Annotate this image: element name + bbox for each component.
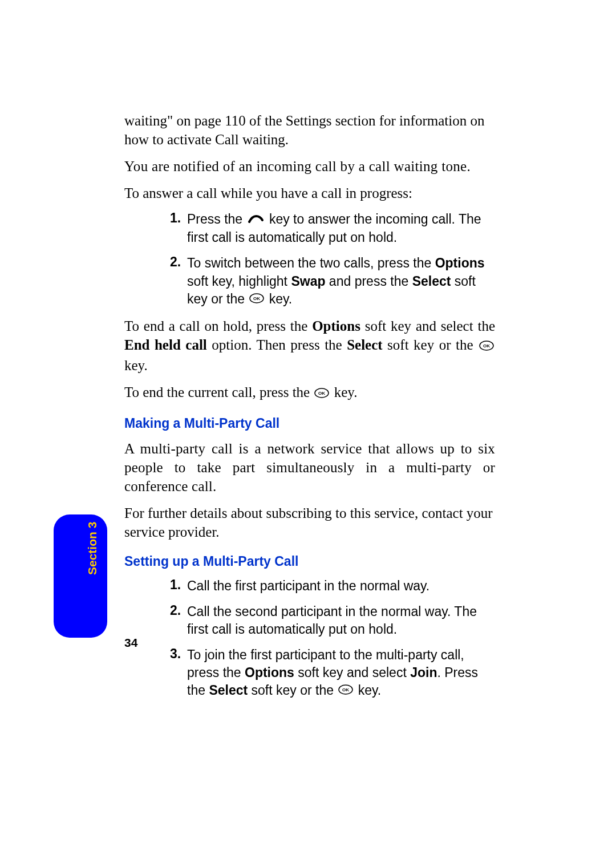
paragraph: To end the current call, press the OK ke… [124,383,495,403]
ok-key-icon: OK [314,384,329,403]
text: To switch between the two calls, press t… [187,256,435,270]
paragraph: A multi-party call is a network service … [124,439,495,496]
step-number: 1. [170,577,187,595]
heading: Setting up a Multi-Party Call [124,554,495,569]
paragraph: To answer a call while you have a call i… [124,184,495,202]
list-item: 2. Call the second participant in the no… [124,603,495,638]
list-item: 1. Press the key to answer the incoming … [124,210,495,246]
ok-key-icon: OK [479,337,494,355]
page-number: 34 [124,636,137,650]
step-number: 1. [170,210,187,246]
text: soft key and select the [360,318,495,334]
text: key. [124,358,148,373]
text-bold: Select [412,274,451,289]
svg-text:OK: OK [253,296,260,301]
text: Call the first participant in the normal… [187,577,495,595]
text: To end the current call, press the [124,384,313,400]
text: soft key, highlight [187,274,291,289]
text-bold: Select [209,683,248,698]
text: and press the [325,274,412,289]
text: To end a call on hold, press the [124,318,312,334]
ok-key-icon: OK [249,290,264,308]
svg-text:OK: OK [483,343,490,348]
text-bold: Options [245,665,294,680]
ok-key-icon: OK [338,682,353,699]
page-content: waiting" on page 110 of the Settings sec… [124,111,495,708]
list-item: 2. To switch between the two calls, pres… [124,254,495,309]
paragraph: You are notified of an incoming call by … [124,157,495,176]
step-number: 2. [170,603,187,638]
svg-text:OK: OK [342,687,349,692]
send-key-icon [248,211,265,229]
list-item: 1. Call the first participant in the nor… [124,577,495,595]
heading: Making a Multi-Party Call [124,416,495,431]
text: option. Then press the [207,337,347,352]
text-bold: Swap [291,274,325,289]
paragraph: For further details about subscribing to… [124,504,495,541]
steps-list: 1. Call the first participant in the nor… [124,577,495,700]
list-item: 3. To join the first participant to the … [124,646,495,700]
step-number: 2. [170,254,187,309]
steps-list: 1. Press the key to answer the incoming … [124,210,495,309]
section-label: Section 3 [86,522,99,575]
text-bold: Options [312,318,360,334]
text-bold: End held call [124,337,207,352]
svg-text:OK: OK [318,391,325,396]
text: key. [265,291,292,306]
text: key. [354,683,381,698]
text: soft key and select [294,665,410,680]
paragraph: waiting" on page 110 of the Settings sec… [124,111,495,149]
text-bold: Join [410,665,437,680]
text: soft key or the [248,683,337,698]
text-bold: Select [347,337,382,352]
text: Press the [187,212,246,226]
paragraph: To end a call on hold, press the Options… [124,317,495,375]
text: soft key or the [383,337,478,352]
text: Call the second participant in the norma… [187,603,495,638]
text-bold: Options [435,256,485,270]
step-number: 3. [170,646,187,700]
text: key. [330,384,357,400]
